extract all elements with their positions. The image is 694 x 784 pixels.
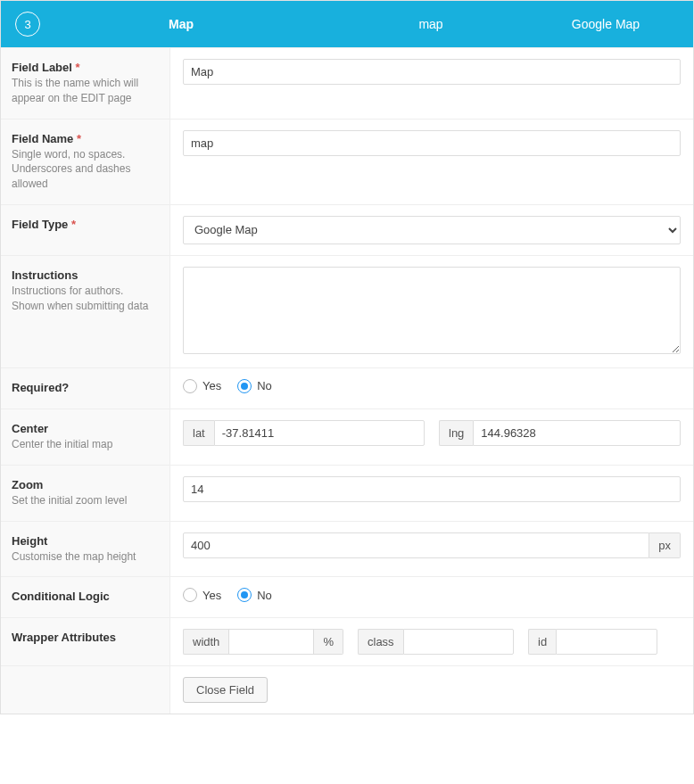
field-header[interactable]: 3 Map map Google Map bbox=[1, 1, 693, 47]
center-lat-group: lat bbox=[183, 420, 425, 446]
row-conditional-logic: Conditional Logic Yes No bbox=[1, 576, 693, 617]
field-label-input[interactable] bbox=[183, 59, 681, 85]
height-hint: Customise the map height bbox=[12, 549, 159, 565]
required-marker: * bbox=[76, 61, 80, 74]
center-lng-group: lng bbox=[439, 420, 681, 446]
field-label-title: Field Label * bbox=[12, 61, 159, 74]
width-addon-label: width bbox=[183, 629, 228, 655]
field-editor-panel: 3 Map map Google Map Field Label * This … bbox=[0, 0, 694, 714]
lng-addon-label: lng bbox=[439, 420, 473, 446]
class-addon-label: class bbox=[358, 629, 403, 655]
wrapper-class-input[interactable] bbox=[403, 629, 514, 655]
required-yes-option[interactable]: Yes bbox=[183, 379, 221, 393]
row-instructions: Instructions Instructions for authors. S… bbox=[1, 255, 693, 367]
field-type-select[interactable]: Google Map bbox=[183, 216, 681, 244]
instructions-title: Instructions bbox=[12, 268, 159, 282]
radio-icon bbox=[183, 379, 197, 393]
row-center: Center Center the initial map lat lng bbox=[1, 409, 693, 465]
row-required: Required? Yes No bbox=[1, 367, 693, 409]
header-field-name: map bbox=[343, 17, 518, 31]
conditional-title: Conditional Logic bbox=[12, 590, 159, 603]
required-radio-group: Yes No bbox=[183, 379, 681, 393]
field-name-hint: Single word, no spaces. Underscores and … bbox=[12, 147, 159, 192]
center-lat-input[interactable] bbox=[214, 420, 425, 446]
width-unit-label: % bbox=[314, 629, 343, 655]
center-lng-input[interactable] bbox=[473, 420, 681, 446]
row-field-name: Field Name * Single word, no spaces. Und… bbox=[1, 119, 693, 204]
wrapper-id-group: id bbox=[528, 629, 657, 655]
field-name-title: Field Name * bbox=[12, 132, 159, 145]
height-input[interactable] bbox=[183, 532, 649, 558]
field-type-title: Field Type * bbox=[12, 218, 159, 231]
row-field-type: Field Type * Google Map bbox=[1, 204, 693, 255]
conditional-no-option[interactable]: No bbox=[237, 588, 272, 602]
height-group: px bbox=[183, 532, 681, 558]
center-title: Center bbox=[12, 422, 159, 435]
radio-icon bbox=[183, 588, 197, 602]
id-addon-label: id bbox=[528, 629, 556, 655]
wrapper-id-input[interactable] bbox=[556, 629, 657, 655]
lat-addon-label: lat bbox=[183, 420, 214, 446]
close-field-button[interactable]: Close Field bbox=[183, 677, 268, 703]
header-field-label: Map bbox=[54, 17, 343, 31]
height-title: Height bbox=[12, 534, 159, 548]
required-no-option[interactable]: No bbox=[237, 379, 272, 393]
instructions-textarea[interactable] bbox=[183, 267, 681, 354]
height-unit-label: px bbox=[649, 532, 681, 558]
row-footer: Close Field bbox=[1, 665, 693, 714]
center-hint: Center the initial map bbox=[12, 437, 159, 452]
instructions-hint: Instructions for authors. Shown when sub… bbox=[12, 284, 159, 314]
required-marker: * bbox=[77, 132, 81, 145]
field-order-badge[interactable]: 3 bbox=[15, 12, 40, 37]
required-title: Required? bbox=[12, 381, 159, 394]
wrapper-width-group: width % bbox=[183, 629, 343, 655]
row-field-label: Field Label * This is the name which wil… bbox=[1, 47, 693, 119]
required-marker: * bbox=[71, 218, 76, 231]
zoom-title: Zoom bbox=[12, 478, 159, 491]
header-field-type: Google Map bbox=[518, 17, 693, 31]
zoom-input[interactable] bbox=[183, 476, 681, 502]
wrapper-class-group: class bbox=[358, 629, 514, 655]
radio-icon bbox=[237, 588, 252, 602]
wrapper-width-input[interactable] bbox=[228, 629, 314, 655]
conditional-radio-group: Yes No bbox=[183, 588, 681, 602]
radio-icon bbox=[237, 379, 252, 393]
field-name-input[interactable] bbox=[183, 130, 681, 156]
conditional-yes-option[interactable]: Yes bbox=[183, 588, 221, 602]
wrapper-title: Wrapper Attributes bbox=[12, 631, 159, 644]
row-wrapper-attributes: Wrapper Attributes width % class id bbox=[1, 617, 693, 665]
field-label-hint: This is the name which will appear on th… bbox=[12, 76, 159, 106]
row-height: Height Customise the map height px bbox=[1, 521, 693, 577]
zoom-hint: Set the initial zoom level bbox=[12, 493, 159, 508]
row-zoom: Zoom Set the initial zoom level bbox=[1, 465, 693, 521]
